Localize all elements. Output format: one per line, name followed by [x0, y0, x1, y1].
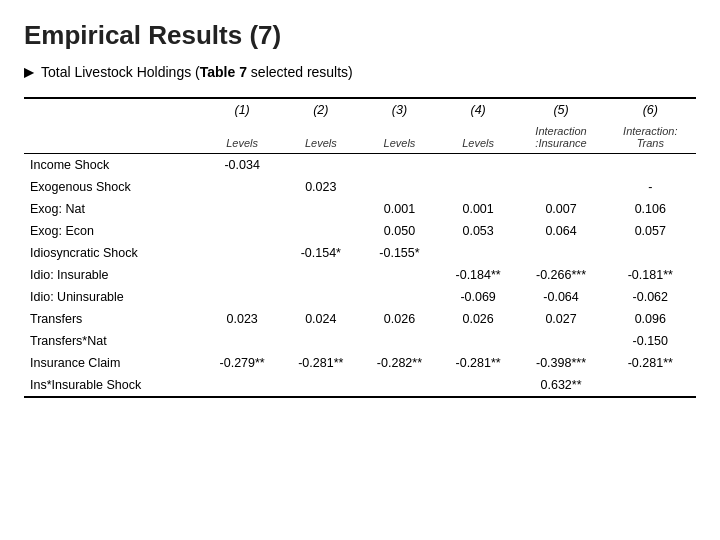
col-5-num: (5): [517, 98, 604, 121]
cell-8-6: -0.150: [605, 330, 696, 352]
cell-2-1: [203, 198, 282, 220]
cell-1-4: [439, 176, 518, 198]
cell-3-4: 0.053: [439, 220, 518, 242]
cell-3-3: 0.050: [360, 220, 439, 242]
col-6-num: (6): [605, 98, 696, 121]
cell-1-2: 0.023: [281, 176, 360, 198]
row-label: Ins*Insurable Shock: [24, 374, 203, 397]
cell-1-3: [360, 176, 439, 198]
cell-4-2: -0.154*: [281, 242, 360, 264]
cell-4-1: [203, 242, 282, 264]
cell-4-5: [517, 242, 604, 264]
cell-6-4: -0.069: [439, 286, 518, 308]
cell-0-2: [281, 154, 360, 177]
cell-9-1: -0.279**: [203, 352, 282, 374]
cell-7-3: 0.026: [360, 308, 439, 330]
cell-10-2: [281, 374, 360, 397]
table-row: Idio: Uninsurable-0.069-0.064-0.062: [24, 286, 696, 308]
cell-5-1: [203, 264, 282, 286]
page-title: Empirical Results (7): [24, 20, 696, 51]
empty-header: [24, 98, 203, 121]
cell-7-1: 0.023: [203, 308, 282, 330]
cell-7-5: 0.027: [517, 308, 604, 330]
col-1-sub: Levels: [203, 121, 282, 154]
cell-1-1: [203, 176, 282, 198]
table-row: Income Shock-0.034: [24, 154, 696, 177]
row-label: Idio: Insurable: [24, 264, 203, 286]
cell-10-1: [203, 374, 282, 397]
cell-9-3: -0.282**: [360, 352, 439, 374]
col-2-sub: Levels: [281, 121, 360, 154]
cell-6-6: -0.062: [605, 286, 696, 308]
row-label: Idio: Uninsurable: [24, 286, 203, 308]
cell-2-5: 0.007: [517, 198, 604, 220]
row-label: Idiosyncratic Shock: [24, 242, 203, 264]
col-4-sub: Levels: [439, 121, 518, 154]
row-label: Transfers: [24, 308, 203, 330]
cell-3-1: [203, 220, 282, 242]
cell-0-6: [605, 154, 696, 177]
cell-8-5: [517, 330, 604, 352]
cell-10-5: 0.632**: [517, 374, 604, 397]
row-label: Insurance Claim: [24, 352, 203, 374]
row-label: Exogenous Shock: [24, 176, 203, 198]
column-numbers-row: (1) (2) (3) (4) (5) (6): [24, 98, 696, 121]
cell-2-6: 0.106: [605, 198, 696, 220]
table-row: Ins*Insurable Shock0.632**: [24, 374, 696, 397]
cell-6-1: [203, 286, 282, 308]
cell-4-6: [605, 242, 696, 264]
cell-2-3: 0.001: [360, 198, 439, 220]
empty-sublabel: [24, 121, 203, 154]
table-row: Insurance Claim-0.279**-0.281**-0.282**-…: [24, 352, 696, 374]
column-labels-row: Levels Levels Levels Levels Interaction:…: [24, 121, 696, 154]
cell-10-4: [439, 374, 518, 397]
subtitle-text: Total Livestock Holdings (Table 7 select…: [41, 64, 353, 80]
cell-0-4: [439, 154, 518, 177]
subtitle: ▸ Total Livestock Holdings (Table 7 sele…: [24, 61, 696, 83]
cell-8-4: [439, 330, 518, 352]
cell-9-6: -0.281**: [605, 352, 696, 374]
cell-0-5: [517, 154, 604, 177]
table-row: Exog: Nat0.0010.0010.0070.106: [24, 198, 696, 220]
col-3-num: (3): [360, 98, 439, 121]
cell-10-3: [360, 374, 439, 397]
col-3-sub: Levels: [360, 121, 439, 154]
cell-8-1: [203, 330, 282, 352]
cell-3-5: 0.064: [517, 220, 604, 242]
cell-9-2: -0.281**: [281, 352, 360, 374]
cell-9-4: -0.281**: [439, 352, 518, 374]
cell-4-3: -0.155*: [360, 242, 439, 264]
cell-1-5: [517, 176, 604, 198]
cell-8-3: [360, 330, 439, 352]
cell-0-1: -0.034: [203, 154, 282, 177]
cell-7-4: 0.026: [439, 308, 518, 330]
row-label: Exog: Nat: [24, 198, 203, 220]
table-row: Exog: Econ0.0500.0530.0640.057: [24, 220, 696, 242]
cell-0-3: [360, 154, 439, 177]
cell-1-6: -: [605, 176, 696, 198]
cell-10-6: [605, 374, 696, 397]
table-row: Transfers*Nat-0.150: [24, 330, 696, 352]
row-label: Exog: Econ: [24, 220, 203, 242]
row-label: Income Shock: [24, 154, 203, 177]
col-5-sub: Interaction:Insurance: [517, 121, 604, 154]
results-table: (1) (2) (3) (4) (5) (6) Levels Levels Le…: [24, 97, 696, 398]
cell-3-6: 0.057: [605, 220, 696, 242]
table-row: Transfers0.0230.0240.0260.0260.0270.096: [24, 308, 696, 330]
cell-7-2: 0.024: [281, 308, 360, 330]
cell-3-2: [281, 220, 360, 242]
col-6-sub: Interaction:Trans: [605, 121, 696, 154]
cell-2-2: [281, 198, 360, 220]
cell-5-2: [281, 264, 360, 286]
cell-5-6: -0.181**: [605, 264, 696, 286]
col-4-num: (4): [439, 98, 518, 121]
table-row: Exogenous Shock0.023-: [24, 176, 696, 198]
cell-4-4: [439, 242, 518, 264]
table-row: Idio: Insurable-0.184**-0.266***-0.181**: [24, 264, 696, 286]
cell-7-6: 0.096: [605, 308, 696, 330]
cell-8-2: [281, 330, 360, 352]
cell-5-5: -0.266***: [517, 264, 604, 286]
cell-6-2: [281, 286, 360, 308]
cell-5-4: -0.184**: [439, 264, 518, 286]
col-2-num: (2): [281, 98, 360, 121]
